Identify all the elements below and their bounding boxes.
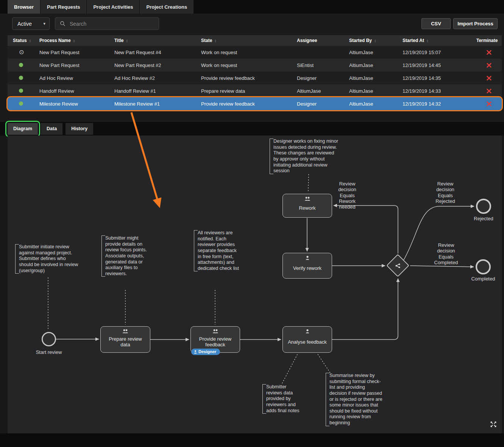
- tab-diagram[interactable]: Diagram: [8, 123, 38, 135]
- cell-title: New Part Request #4: [114, 50, 201, 55]
- terminate-icon[interactable]: [486, 75, 492, 81]
- cell-assignee: Designer: [297, 101, 349, 107]
- assignee-badge: Designer: [191, 349, 220, 355]
- detail-tabbar: Diagram Data History: [0, 122, 504, 136]
- col-status[interactable]: Status↕: [13, 38, 39, 43]
- table-row[interactable]: Handoff Review Handoff Review #1 Prepare…: [8, 84, 502, 97]
- status-filter-select[interactable]: Active ▾: [12, 17, 50, 30]
- status-pending-icon: ⊙: [19, 49, 24, 55]
- tab-part-requests[interactable]: Part Requests: [41, 0, 87, 14]
- group-icon: [122, 329, 128, 333]
- terminate-icon[interactable]: [486, 62, 492, 68]
- annotation-analyse-left: Submitter reviews data provided by revie…: [262, 384, 300, 414]
- tab-history[interactable]: History: [66, 123, 93, 135]
- chevron-down-icon: ▾: [43, 21, 45, 26]
- cell-state: Work on request: [201, 62, 297, 68]
- cell-started-at: 12/19/2019 15:07: [403, 50, 476, 55]
- cell-title: Ad Hoc Review #2: [114, 75, 201, 81]
- table-row[interactable]: New Part Request New Part Request #2 Wor…: [8, 59, 502, 72]
- cell-state: Prepare review data: [201, 88, 297, 94]
- table-row[interactable]: ⊙ New Part Request New Part Request #4 W…: [8, 46, 502, 59]
- completed-end-event-label: Completed: [464, 276, 502, 282]
- cell-process-name: New Part Request: [39, 62, 114, 68]
- annotation-analyse-right: Summarise review by submitting formal ch…: [326, 373, 382, 426]
- task-analyse-feedback: Analyse feedback: [282, 326, 332, 353]
- import-process-button[interactable]: Import Process: [453, 18, 498, 29]
- fullscreen-icon[interactable]: [490, 421, 497, 428]
- terminate-icon[interactable]: [486, 101, 492, 107]
- task-rework: Rework: [282, 194, 332, 218]
- completed-end-event-node: [476, 259, 491, 274]
- annotation-prepare: Submitter might provide details on revie…: [101, 235, 150, 277]
- status-active-icon: [19, 63, 23, 67]
- person-icon: [306, 329, 309, 333]
- annotation-rework: Designer works on fixing minor issues de…: [270, 139, 340, 174]
- col-started-by[interactable]: Started By↕: [349, 38, 403, 43]
- cell-title: Milestone Review #1: [114, 101, 201, 107]
- terminate-icon[interactable]: [486, 50, 492, 55]
- table-row[interactable]: Ad Hoc Review Ad Hoc Review #2 Provide r…: [8, 72, 502, 84]
- cell-process-name: Milestone Review: [39, 101, 114, 107]
- cell-state: Provide review feedback: [201, 75, 297, 81]
- tab-project-activities[interactable]: Project Activities: [87, 0, 140, 14]
- branch-icon: [395, 263, 401, 269]
- sort-icon: ↕: [374, 38, 376, 43]
- col-state[interactable]: State↕: [201, 38, 297, 43]
- col-process-name[interactable]: Process Name↕: [39, 38, 114, 43]
- col-title[interactable]: Title↕: [114, 38, 201, 43]
- col-started-at[interactable]: Started At↕: [403, 38, 476, 43]
- annotation-start: Submitter initiate review against manage…: [15, 244, 80, 274]
- sort-icon: ↕: [29, 38, 31, 43]
- cell-process-name: Handoff Review: [39, 88, 114, 94]
- tab-project-creations[interactable]: Project Creations: [140, 0, 194, 14]
- group-icon: [304, 196, 311, 201]
- tab-data[interactable]: Data: [41, 123, 62, 135]
- person-icon: [306, 255, 309, 260]
- cell-assignee: AltiumJase: [297, 88, 349, 94]
- cell-started-by: AltiumJase: [349, 88, 403, 94]
- cell-title: Handoff Review #1: [114, 88, 201, 94]
- cell-started-by: AltiumJase: [349, 75, 403, 81]
- status-active-icon: [19, 76, 23, 80]
- table-row-selected[interactable]: Milestone Review Milestone Review #1 Pro…: [8, 97, 502, 110]
- terminate-icon[interactable]: [486, 88, 492, 94]
- rejected-end-event-node: [476, 199, 491, 214]
- tab-browser[interactable]: Browser: [8, 0, 41, 14]
- cell-assignee: Designer: [297, 75, 349, 81]
- sort-icon: ↕: [426, 38, 429, 43]
- task-verify-rework: Verify rework: [282, 253, 332, 279]
- person-icon: [194, 350, 197, 354]
- cell-process-name: Ad Hoc Review: [39, 75, 114, 81]
- diagram-edges: [8, 136, 502, 433]
- status-filter-value: Active: [17, 21, 32, 27]
- cell-started-at: 12/19/2019 14:33: [403, 88, 476, 94]
- search-box[interactable]: [55, 17, 159, 30]
- col-assignee: Assignee: [297, 38, 349, 43]
- sort-icon: ↕: [214, 38, 217, 43]
- task-prepare-review-data: Prepare review data: [100, 326, 150, 353]
- csv-button[interactable]: CSV: [421, 18, 451, 29]
- rejected-end-event-label: Rejected: [465, 216, 502, 221]
- table-header: Status↕ Process Name↕ Title↕ State↕ Assi…: [8, 35, 502, 46]
- col-terminate: Terminate: [476, 38, 503, 43]
- cell-assignee: SiEntist: [297, 62, 349, 68]
- cell-state: Provide review feedback: [201, 101, 297, 107]
- edge-label-completed: Review decision Equals Completed: [431, 242, 461, 265]
- workflow-diagram: Designer works on fixing minor issues de…: [8, 136, 502, 433]
- sort-icon: ↕: [73, 38, 75, 43]
- annotation-provide: All reviewers are notified. Each reviewe…: [194, 230, 242, 271]
- group-icon: [212, 329, 218, 333]
- browser-panel: Active ▾ CSV Import Process Status↕ Proc…: [0, 14, 504, 122]
- cell-process-name: New Part Request: [39, 50, 114, 55]
- cell-started-by: AltiumJase: [349, 101, 403, 107]
- status-active-icon: [19, 101, 23, 106]
- search-input[interactable]: [69, 20, 154, 27]
- cell-started-at: 12/19/2019 14:45: [403, 62, 476, 68]
- cell-title: New Part Request #2: [114, 62, 201, 68]
- workflow-browser-app: Browser Part Requests Project Activities…: [0, 0, 504, 447]
- cell-state: Work on request: [201, 50, 297, 55]
- main-tabbar: Browser Part Requests Project Activities…: [0, 0, 504, 14]
- cell-started-by: AltiumJase: [349, 50, 403, 55]
- sort-icon: ↕: [126, 38, 128, 43]
- footer-bar: [0, 433, 504, 447]
